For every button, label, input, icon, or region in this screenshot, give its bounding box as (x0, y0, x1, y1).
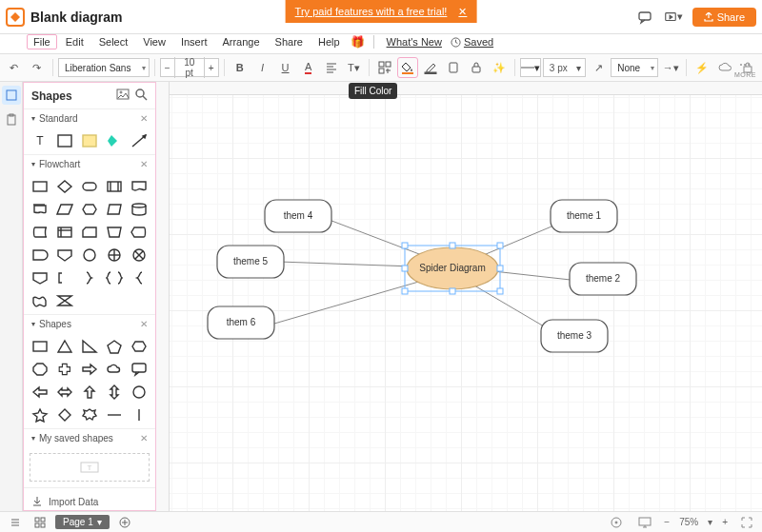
fc-brace-l[interactable] (129, 268, 150, 287)
fc-display[interactable] (129, 223, 150, 242)
share-button[interactable]: Share (692, 8, 756, 27)
lock-icon[interactable] (466, 57, 487, 78)
sh-star[interactable] (30, 405, 50, 424)
trial-banner[interactable]: Try paid features with a free trial! ✕ (286, 0, 477, 23)
font-size-inc[interactable]: + (205, 63, 218, 73)
fc-sum[interactable] (129, 246, 150, 265)
node-theme-3[interactable]: theme 3 (557, 330, 592, 341)
arrow-end-icon[interactable]: →▾ (660, 57, 681, 78)
stroke-width-stepper[interactable]: 3 px ▾ (543, 58, 586, 77)
canvas[interactable]: them 4 theme 5 them 6 theme 1 theme 2 th… (156, 82, 762, 511)
left-tab-clipboard[interactable] (2, 110, 21, 129)
shape-options-icon[interactable] (443, 57, 464, 78)
sh-cross[interactable] (54, 360, 75, 379)
menu-insert[interactable]: Insert (174, 34, 214, 49)
arrow-start-select[interactable]: None (611, 58, 658, 77)
toolbar-more[interactable]: MORE (734, 58, 756, 78)
left-tab-shapes[interactable] (2, 86, 21, 105)
fc-data[interactable] (54, 200, 75, 219)
line-style-select[interactable]: ▾ (520, 58, 541, 77)
sh-cloud[interactable] (104, 360, 125, 379)
fc-brace-both[interactable] (104, 268, 125, 287)
search-shapes-icon[interactable] (135, 89, 148, 103)
menu-arrange[interactable]: Arrange (215, 34, 266, 49)
fc-delay[interactable] (30, 246, 50, 265)
bb-presentation-icon[interactable] (635, 513, 654, 532)
underline-icon[interactable]: U (275, 57, 296, 78)
fc-merge[interactable] (30, 268, 50, 287)
sh-hex[interactable] (129, 337, 150, 356)
fc-decision[interactable] (54, 177, 75, 196)
bold-icon[interactable]: B (230, 57, 251, 78)
node-theme-1[interactable]: theme 1 (567, 210, 602, 221)
shape-arrow-line[interactable] (129, 131, 150, 150)
image-shape-icon[interactable] (116, 89, 130, 103)
bb-fullscreen-icon[interactable] (737, 513, 756, 532)
trial-banner-close-icon[interactable]: ✕ (458, 6, 467, 18)
fc-tape[interactable] (30, 291, 50, 310)
font-size-stepper[interactable]: − 10 pt + (160, 58, 219, 77)
menu-file[interactable]: File (27, 34, 57, 49)
fc-connector[interactable] (79, 246, 100, 265)
redo-icon[interactable]: ↷ (27, 57, 48, 78)
text-options-icon[interactable]: T▾ (344, 57, 365, 78)
fc-note[interactable] (54, 268, 75, 287)
font-family-select[interactable]: Liberation Sans (58, 58, 150, 77)
section-standard-close-icon[interactable]: ✕ (140, 113, 148, 124)
components-icon[interactable] (374, 57, 395, 78)
section-standard[interactable]: ▾Standard✕ (24, 109, 155, 128)
flash-icon[interactable]: ⚡ (692, 57, 712, 78)
italic-icon[interactable]: I (252, 57, 273, 78)
section-flowchart[interactable]: ▾Flowchart✕ (24, 155, 155, 173)
menu-share[interactable]: Share (269, 34, 310, 49)
sh-badge[interactable] (79, 405, 100, 424)
stroke-width-caret[interactable]: ▾ (572, 63, 585, 73)
document-title[interactable]: Blank diagram (30, 10, 122, 25)
fc-multidoc[interactable] (30, 200, 50, 219)
sh-hline[interactable] (104, 405, 125, 424)
sh-tri-r[interactable] (79, 337, 100, 356)
sh-arrow-r[interactable] (79, 360, 100, 379)
fc-database[interactable] (129, 200, 150, 219)
zoom-value[interactable]: 75% (679, 517, 698, 527)
zoom-out-icon[interactable]: − (664, 517, 670, 527)
shape-action[interactable] (104, 131, 125, 150)
fc-manual[interactable] (104, 223, 125, 242)
shape-block[interactable] (54, 131, 75, 150)
shape-text[interactable]: T (30, 131, 50, 150)
comments-icon[interactable] (635, 8, 654, 27)
add-page-icon[interactable] (115, 513, 134, 532)
fc-internal[interactable] (54, 223, 75, 242)
bb-grid-icon[interactable] (30, 513, 50, 532)
fc-collate[interactable] (54, 291, 75, 310)
shape-note[interactable] (79, 131, 100, 150)
present-icon[interactable]: ▾ (664, 8, 683, 27)
menu-edit[interactable]: Edit (59, 34, 90, 49)
fill-color-icon[interactable] (397, 57, 418, 78)
magic-icon[interactable]: ✨ (489, 57, 510, 78)
node-them-6[interactable]: them 6 (227, 317, 256, 327)
node-them-4[interactable]: them 4 (284, 210, 313, 221)
menu-select[interactable]: Select (92, 34, 135, 49)
fc-or[interactable] (104, 246, 125, 265)
section-shapes[interactable]: ▾Shapes✕ (24, 315, 155, 333)
fc-offpage[interactable] (54, 246, 75, 265)
sh-arrow-lr[interactable] (54, 383, 75, 402)
font-size-value[interactable]: 10 pt (174, 57, 205, 78)
fc-prep[interactable] (79, 200, 100, 219)
sh-pent[interactable] (104, 337, 125, 356)
sh-oct[interactable] (30, 360, 50, 379)
fc-process[interactable] (30, 177, 50, 196)
trial-banner-text[interactable]: Try paid features with a free trial! (295, 6, 448, 17)
align-icon[interactable] (321, 57, 342, 78)
undo-icon[interactable]: ↶ (4, 57, 25, 78)
fc-card[interactable] (79, 223, 100, 242)
page-tab[interactable]: Page 1▾ (55, 515, 110, 529)
border-color-icon[interactable] (420, 57, 441, 78)
line-edit-icon[interactable]: ↗ (588, 57, 609, 78)
ruler-vertical[interactable] (156, 82, 170, 511)
sh-arrow-l[interactable] (30, 383, 50, 402)
section-shapes-close-icon[interactable]: ✕ (140, 319, 148, 329)
sh-rect[interactable] (30, 337, 50, 356)
fc-storage[interactable] (30, 223, 50, 242)
